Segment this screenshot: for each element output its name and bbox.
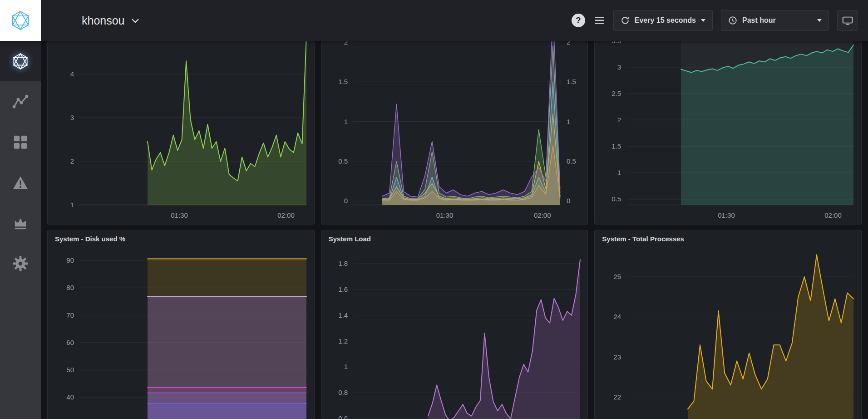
time-series-chart[interactable]: 212223242501:3002:00	[595, 247, 861, 419]
svg-text:0.5: 0.5	[338, 157, 348, 165]
dashboard-title-text: khonsou	[82, 14, 125, 27]
svg-text:4: 4	[70, 70, 74, 78]
clock-icon	[728, 16, 737, 25]
svg-text:70: 70	[66, 311, 74, 319]
caret-down-icon	[817, 19, 822, 22]
svg-text:50: 50	[66, 366, 74, 374]
svg-text:02:00: 02:00	[277, 211, 295, 219]
svg-text:90: 90	[66, 256, 74, 264]
svg-text:1.5: 1.5	[567, 78, 576, 85]
svg-text:01:30: 01:30	[171, 211, 188, 219]
sidebar-item-alerting[interactable]	[0, 162, 41, 203]
svg-text:01:30: 01:30	[436, 211, 453, 219]
svg-text:1: 1	[344, 363, 347, 370]
panel-disk-used: System - Disk used % 1020304050607080900…	[47, 230, 315, 419]
svg-text:0: 0	[344, 197, 347, 205]
sidebar-item-home[interactable]	[0, 41, 41, 81]
refresh-icon	[621, 16, 630, 25]
refresh-interval-button[interactable]: Every 15 seconds	[613, 10, 713, 31]
refresh-interval-label: Every 15 seconds	[635, 16, 696, 25]
time-series-chart[interactable]: 0.60.811.21.41.61.801:3002:00	[321, 247, 587, 419]
svg-text:3.5: 3.5	[612, 41, 621, 45]
svg-text:0.8: 0.8	[338, 389, 348, 396]
svg-text:1: 1	[344, 118, 347, 125]
chevron-down-icon	[131, 18, 139, 23]
svg-text:80: 80	[66, 284, 74, 291]
metrics-graph-icon	[12, 94, 29, 110]
topbar: khonsou ? Every 15 seconds	[0, 0, 868, 41]
svg-text:2.5: 2.5	[612, 90, 621, 97]
svg-text:2: 2	[70, 157, 74, 165]
svg-text:0: 0	[567, 197, 570, 205]
panel-title[interactable]: System - Total Processes	[595, 230, 861, 247]
svg-text:3: 3	[617, 63, 621, 71]
time-series-chart[interactable]: 0.511.522.533.501:3002:00	[595, 41, 861, 224]
panel-title[interactable]: System - Disk used %	[48, 230, 314, 247]
alerting-icon	[12, 175, 29, 190]
svg-text:0.5: 0.5	[567, 157, 576, 165]
svg-text:0.5: 0.5	[612, 195, 621, 203]
plugins-crown-icon	[13, 216, 28, 230]
svg-text:02:00: 02:00	[825, 211, 842, 219]
svg-text:0.6: 0.6	[338, 414, 348, 419]
sidebar-item-dashboards[interactable]	[0, 122, 41, 162]
svg-text:1.5: 1.5	[612, 142, 621, 150]
panel-system-load: System Load 0.60.811.21.41.61.801:3002:0…	[321, 230, 588, 419]
svg-text:2: 2	[567, 41, 570, 46]
time-range-button[interactable]: Past hour	[721, 10, 829, 31]
dashboards-icon	[13, 135, 28, 150]
caret-down-icon	[701, 19, 705, 22]
svg-text:24: 24	[614, 313, 621, 320]
svg-text:60: 60	[66, 339, 74, 346]
panel-chart-3: 0.511.522.533.501:3002:00	[594, 41, 862, 224]
kiosk-mode-button[interactable]	[837, 10, 858, 31]
grafana-home-icon	[11, 52, 30, 70]
monitor-icon	[842, 15, 853, 26]
svg-text:1.6: 1.6	[338, 285, 348, 293]
svg-text:40: 40	[66, 393, 74, 401]
svg-text:1.8: 1.8	[338, 259, 348, 267]
svg-text:2: 2	[617, 116, 621, 124]
time-series-chart[interactable]: 000.50.5111.51.52201:3002:00	[321, 41, 587, 224]
help-icon[interactable]: ?	[572, 14, 585, 27]
grafana-logo-icon	[10, 10, 31, 31]
svg-text:22: 22	[614, 393, 621, 401]
time-range-label: Past hour	[742, 16, 776, 25]
sidebar	[0, 41, 41, 419]
panel-chart-1: 123401:3002:00	[47, 41, 315, 224]
dashboard-title[interactable]: khonsou	[82, 14, 139, 27]
svg-text:1.2: 1.2	[338, 337, 348, 345]
svg-text:23: 23	[614, 353, 621, 361]
cycle-view-list-icon[interactable]	[593, 15, 605, 26]
configuration-gear-icon	[12, 255, 29, 272]
svg-text:01:30: 01:30	[718, 211, 735, 219]
time-series-chart[interactable]: 10203040506070809001:3002:00	[48, 247, 314, 419]
svg-text:25: 25	[614, 273, 621, 280]
svg-text:1.5: 1.5	[338, 78, 348, 85]
svg-text:2: 2	[344, 41, 347, 46]
panel-total-processes: System - Total Processes 212223242501:30…	[594, 230, 862, 419]
grafana-logo[interactable]	[0, 0, 41, 41]
dashboard-grid: 123401:3002:00 000.50.5111.51.52201:3002…	[41, 41, 868, 419]
svg-text:1: 1	[567, 118, 570, 125]
panel-title[interactable]: System Load	[321, 230, 588, 247]
sidebar-item-configuration[interactable]	[0, 243, 41, 284]
svg-text:1: 1	[70, 201, 74, 209]
svg-text:3: 3	[70, 114, 74, 121]
sidebar-item-metrics[interactable]	[0, 81, 41, 122]
svg-text:02:00: 02:00	[534, 211, 551, 219]
svg-text:1.4: 1.4	[338, 311, 348, 319]
time-series-chart[interactable]: 123401:3002:00	[48, 41, 314, 224]
topbar-actions: ? Every 15 seconds Past hour	[572, 10, 868, 31]
sidebar-item-plugins[interactable]	[0, 203, 41, 243]
panel-chart-2: 000.50.5111.51.52201:3002:00	[321, 41, 588, 224]
svg-text:1: 1	[617, 169, 621, 176]
